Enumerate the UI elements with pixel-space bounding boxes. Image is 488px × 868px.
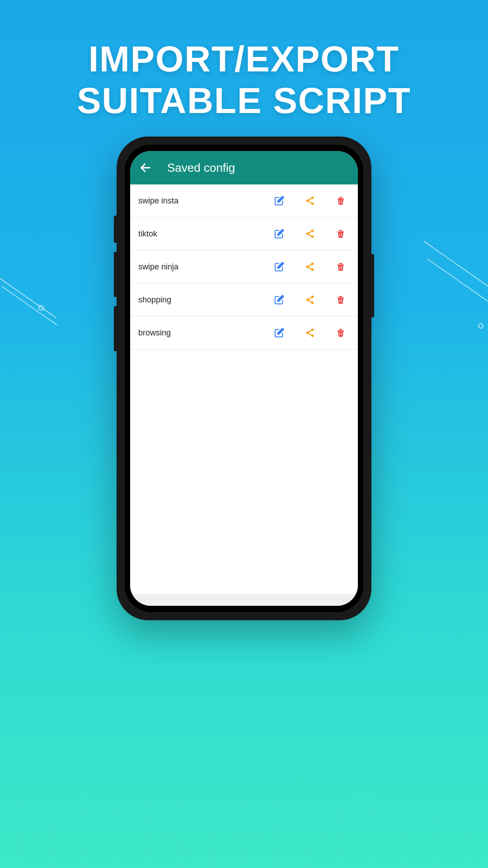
svg-point-1 (311, 197, 314, 199)
svg-rect-6 (340, 200, 340, 203)
share-icon (305, 262, 315, 272)
delete-button[interactable] (332, 258, 350, 276)
config-name-label: browsing (138, 328, 258, 338)
delete-button[interactable] (332, 291, 350, 309)
trash-icon (336, 295, 345, 305)
config-row: swipe insta (130, 184, 358, 217)
svg-point-17 (311, 269, 314, 271)
svg-point-3 (311, 203, 314, 205)
phone-screen: Saved config swipe insta (130, 151, 358, 606)
promo-title-line1: IMPORT/EXPORT (0, 38, 488, 80)
svg-line-19 (309, 264, 311, 266)
share-button[interactable] (301, 192, 319, 210)
svg-rect-13 (340, 233, 340, 236)
edit-button[interactable] (270, 324, 288, 342)
svg-point-9 (306, 232, 309, 235)
system-nav-bar (130, 594, 358, 606)
svg-point-8 (311, 230, 314, 232)
svg-point-31 (311, 335, 314, 337)
svg-rect-20 (340, 266, 340, 269)
svg-line-25 (309, 300, 311, 302)
svg-line-4 (309, 201, 311, 203)
edit-icon (274, 328, 284, 338)
svg-rect-14 (341, 233, 342, 236)
svg-line-18 (309, 267, 311, 269)
trash-icon (336, 262, 345, 272)
delete-button[interactable] (332, 324, 350, 342)
svg-rect-7 (341, 200, 342, 203)
edit-button[interactable] (270, 258, 288, 276)
config-name-label: shopping (138, 295, 258, 305)
svg-line-33 (309, 330, 311, 332)
app-header: Saved config (130, 151, 358, 184)
svg-point-29 (311, 329, 314, 331)
config-name-label: tiktok (138, 229, 258, 239)
svg-rect-28 (341, 299, 342, 302)
share-icon (305, 328, 315, 338)
svg-point-16 (306, 265, 309, 268)
svg-line-5 (309, 198, 311, 200)
svg-line-12 (309, 231, 311, 233)
svg-rect-34 (340, 332, 340, 335)
share-button[interactable] (301, 291, 319, 309)
edit-button[interactable] (270, 225, 288, 243)
promo-title-line2: SUITABLE SCRIPT (0, 80, 488, 122)
edit-button[interactable] (270, 291, 288, 309)
trash-icon (336, 196, 345, 206)
share-button[interactable] (301, 225, 319, 243)
svg-line-11 (309, 234, 311, 236)
share-button[interactable] (301, 258, 319, 276)
svg-point-22 (311, 296, 314, 298)
share-icon (305, 229, 315, 239)
edit-icon (274, 262, 284, 272)
phone-volume-down-button (114, 306, 117, 351)
share-button[interactable] (301, 324, 319, 342)
phone-mockup-frame: Saved config swipe insta (117, 137, 371, 620)
phone-power-button (371, 254, 374, 317)
config-row: browsing (130, 316, 358, 349)
arrow-left-icon (139, 161, 152, 174)
config-name-label: swipe ninja (138, 262, 258, 272)
share-icon (305, 295, 315, 305)
svg-point-24 (311, 302, 314, 304)
config-list[interactable]: swipe insta (130, 184, 358, 594)
promo-title: IMPORT/EXPORT SUITABLE SCRIPT (0, 38, 488, 122)
edit-icon (274, 295, 284, 305)
trash-icon (336, 328, 345, 338)
back-button[interactable] (139, 161, 152, 174)
config-name-label: swipe insta (138, 196, 258, 206)
svg-rect-21 (341, 266, 342, 269)
svg-point-30 (306, 331, 309, 334)
svg-point-23 (306, 298, 309, 301)
edit-icon (274, 196, 284, 206)
delete-button[interactable] (332, 225, 350, 243)
svg-point-15 (311, 263, 314, 265)
edit-icon (274, 229, 284, 239)
delete-button[interactable] (332, 192, 350, 210)
wireframe-terrain-decoration (0, 633, 488, 868)
config-row: tiktok (130, 217, 358, 250)
svg-point-10 (311, 236, 314, 238)
phone-volume-up-button (114, 252, 117, 297)
svg-rect-35 (341, 332, 342, 335)
app-header-title: Saved config (167, 161, 235, 175)
trash-icon (336, 229, 345, 239)
phone-mute-switch (114, 216, 117, 243)
edit-button[interactable] (270, 192, 288, 210)
svg-point-2 (306, 199, 309, 202)
config-row: shopping (130, 283, 358, 316)
svg-rect-27 (340, 299, 340, 302)
svg-line-26 (309, 297, 311, 299)
svg-line-32 (309, 333, 311, 335)
share-icon (305, 196, 315, 206)
config-row: swipe ninja (130, 250, 358, 283)
